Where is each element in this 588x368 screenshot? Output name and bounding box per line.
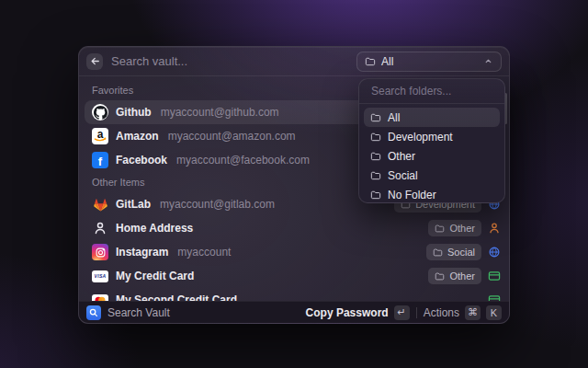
person-icon: [92, 220, 108, 236]
folder-badge: Other: [428, 268, 481, 284]
command-key-icon: ⌘: [465, 305, 481, 320]
item-title: My Credit Card: [116, 270, 194, 282]
actions-menu-button[interactable]: Actions ⌘ K: [424, 305, 502, 320]
folder-option-social[interactable]: Social: [364, 166, 500, 185]
amazon-icon: a: [92, 128, 108, 144]
item-title: Instagram: [116, 246, 168, 259]
item-title: Amazon: [116, 130, 159, 143]
list-item-home-address[interactable]: Home Address Other: [85, 216, 503, 240]
footer-divider: [416, 307, 417, 318]
item-title: Home Address: [116, 222, 193, 235]
item-title: My Second Credit Card: [116, 293, 237, 301]
folder-filter-dropdown-button[interactable]: All: [356, 52, 502, 72]
item-title: Facebook: [116, 154, 167, 167]
folder-icon: [370, 132, 381, 143]
folder-icon: [370, 112, 381, 123]
folder-icon: [433, 247, 443, 258]
credit-card-icon: [487, 293, 501, 302]
gitlab-icon: [92, 196, 108, 213]
arrow-left-icon: [89, 55, 101, 67]
person-type-icon: [487, 222, 501, 236]
folder-option-no-folder[interactable]: No Folder: [364, 185, 500, 203]
k-key-icon: K: [486, 305, 502, 320]
folder-dropdown-panel: All Development Other Social No Folder: [358, 78, 505, 203]
folder-option-development[interactable]: Development: [364, 127, 500, 146]
window-header: All: [79, 47, 509, 76]
list-item-my-second-credit-card[interactable]: My Second Credit Card: [85, 288, 503, 301]
item-subtitle: myaccount: [177, 246, 231, 259]
vault-search-window: All Favorites Github myaccount@github.co…: [78, 46, 510, 324]
chevron-up-icon: [483, 56, 493, 66]
item-subtitle: myaccount@amazon.com: [168, 130, 296, 143]
search-vault-app-icon: [86, 305, 101, 320]
facebook-icon: f: [92, 152, 108, 168]
folder-badge: Other: [428, 220, 481, 236]
item-subtitle: myaccount@github.com: [161, 106, 279, 119]
folder-search: [359, 79, 504, 104]
mastercard-icon: [92, 292, 108, 301]
folder-icon: [435, 271, 445, 282]
item-title: Github: [116, 106, 152, 119]
list-item-my-credit-card[interactable]: VISA My Credit Card Other: [85, 264, 503, 288]
search-vault-input[interactable]: [111, 54, 348, 68]
copy-password-action[interactable]: Copy Password ↵: [306, 305, 410, 320]
item-subtitle: myaccount@gitlab.com: [160, 198, 275, 211]
instagram-icon: [92, 244, 108, 260]
item-subtitle: myaccount@facebook.com: [176, 154, 310, 167]
folder-icon: [365, 56, 376, 67]
globe-icon: [487, 246, 501, 259]
github-icon: [92, 104, 108, 121]
return-key-icon: ↵: [394, 305, 410, 320]
visa-card-icon: VISA: [92, 268, 108, 284]
folder-icon: [435, 224, 445, 234]
folder-option-other[interactable]: Other: [364, 146, 500, 166]
folder-badge: Social: [426, 244, 481, 260]
folder-icon: [370, 190, 381, 201]
folder-filter-value: All: [381, 55, 393, 68]
back-button[interactable]: [86, 53, 103, 70]
folder-options: All Development Other Social No Folder: [359, 104, 504, 203]
list-item-instagram[interactable]: Instagram myaccount Social: [85, 240, 503, 264]
folder-option-all[interactable]: All: [364, 108, 500, 127]
folder-icon: [370, 151, 381, 162]
item-title: GitLab: [116, 198, 151, 211]
folder-icon: [370, 170, 381, 181]
window-footer: Search Vault Copy Password ↵ Actions ⌘ K: [79, 301, 509, 323]
credit-card-icon: [487, 270, 501, 283]
folder-search-input[interactable]: [369, 84, 494, 98]
app-name: Search Vault: [107, 306, 170, 319]
